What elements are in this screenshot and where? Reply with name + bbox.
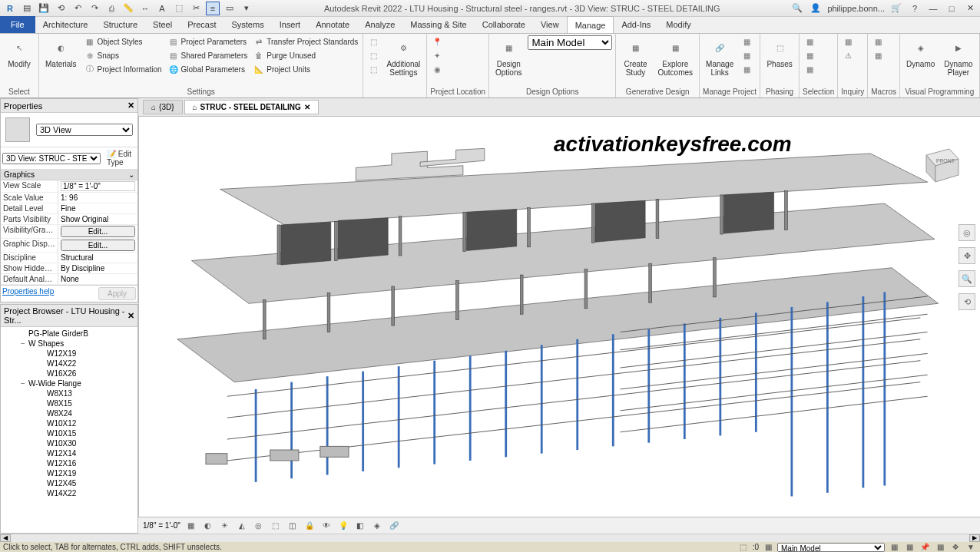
view-cube[interactable]: FRONT — [911, 140, 965, 193]
ids-button[interactable]: ▦ — [841, 35, 855, 48]
help-icon[interactable]: ? — [908, 2, 922, 15]
lock-3d-icon[interactable]: 🔒 — [303, 520, 316, 532]
tab-collaborate[interactable]: Collaborate — [475, 16, 533, 33]
minimize-icon[interactable]: — — [926, 2, 940, 15]
tree-node[interactable]: W14X22 — [2, 359, 136, 369]
decal-button[interactable]: ▦ — [740, 49, 753, 61]
tab-close-icon[interactable]: ✕ — [304, 103, 310, 111]
warnings-button[interactable]: ⚠ — [841, 49, 855, 61]
modify-button[interactable]: ↖Modify — [3, 35, 35, 70]
detail-level-value[interactable]: Fine — [58, 203, 137, 213]
section-icon[interactable]: ✂ — [189, 2, 203, 15]
switch-windows-icon[interactable]: ▾ — [240, 2, 253, 15]
default-analysis-value[interactable]: None — [58, 274, 137, 284]
tab-addins[interactable]: Add-Ins — [614, 16, 658, 33]
pan-icon[interactable]: ✥ — [958, 247, 975, 264]
print-icon[interactable]: ⎙ — [104, 2, 118, 15]
horizontal-scrollbar[interactable]: ◀ ▶ — [0, 534, 980, 542]
dynamo-player-button[interactable]: ▶Dynamo Player — [941, 35, 975, 78]
close-icon[interactable]: ✕ — [963, 2, 977, 15]
user-name[interactable]: philippe.bonn... — [827, 4, 885, 13]
tab-structure[interactable]: Structure — [95, 16, 145, 33]
constraints-icon[interactable]: 🔗 — [388, 520, 400, 532]
tab-architecture[interactable]: Architecture — [35, 16, 96, 33]
shared-params-button[interactable]: ▤Shared Parameters — [167, 49, 250, 61]
sun-path-icon[interactable]: ☀ — [219, 520, 231, 532]
visibility-edit-button[interactable]: Edit... — [61, 226, 135, 237]
edit-selection-button[interactable]: ▦ — [803, 63, 816, 75]
tab-view[interactable]: View — [533, 16, 567, 33]
3d-icon[interactable]: ⬚ — [172, 2, 186, 15]
view-tab-steel-detailing[interactable]: ⌂STRUC - STEEL DETAILING✕ — [184, 100, 319, 114]
tree-node[interactable]: W10X30 — [2, 438, 136, 448]
save-selection-button[interactable]: ▦ — [803, 35, 816, 48]
dynamo-button[interactable]: ◈Dynamo — [903, 35, 938, 70]
tab-modify[interactable]: Modify — [658, 16, 698, 33]
group-expand-icon[interactable]: ⌄ — [128, 170, 134, 179]
manage-links-button[interactable]: 🔗Manage Links — [703, 35, 737, 78]
signin-icon[interactable]: 👤 — [809, 2, 823, 15]
view-tab-3d[interactable]: ⌂{3D} — [143, 100, 183, 114]
design-options-button[interactable]: ▦Design Options — [492, 35, 525, 78]
edit-type-button[interactable]: 📝 Edit Type — [104, 149, 136, 167]
tree-node[interactable]: W10X15 — [2, 428, 136, 438]
tree-node[interactable]: W10X12 — [2, 418, 136, 428]
explore-outcomes-button[interactable]: ▦Explore Outcomes — [654, 35, 696, 78]
rendering-icon[interactable]: ◎ — [253, 520, 265, 532]
tab-systems[interactable]: Systems — [223, 16, 271, 33]
tree-node[interactable]: PG-Plate GirderB — [2, 329, 136, 339]
tree-node[interactable]: W12X14 — [2, 448, 136, 458]
transfer-standards-button[interactable]: ⇄Transfer Project Standards — [252, 35, 359, 48]
apply-button[interactable]: Apply — [98, 287, 136, 300]
crop-region-icon[interactable]: ◫ — [286, 520, 299, 532]
starting-view-button[interactable]: ▦ — [740, 63, 753, 75]
tree-node[interactable]: W14X22 — [2, 488, 136, 498]
sync-icon[interactable]: ⟲ — [54, 2, 68, 15]
tree-node[interactable]: W12X19 — [2, 468, 136, 478]
additional-settings-button[interactable]: ⚙Additional Settings — [383, 35, 423, 78]
scroll-left-icon[interactable]: ◀ — [0, 534, 11, 542]
tree-node[interactable]: W12X19 — [2, 349, 136, 359]
macro-security-button[interactable]: ▦ — [871, 49, 885, 61]
visual-style-icon[interactable]: ◐ — [202, 520, 214, 532]
properties-close-icon[interactable]: ✕ — [127, 101, 134, 111]
coordinates-button[interactable]: ✦ — [430, 49, 444, 61]
location-button[interactable]: 📍 — [430, 35, 444, 48]
properties-help-link[interactable]: Properties help — [2, 287, 54, 300]
tree-node[interactable]: W8X13 — [2, 388, 136, 398]
drag-elements-icon[interactable]: ✥ — [949, 543, 962, 552]
tree-node[interactable]: W8X24 — [2, 408, 136, 418]
file-tab[interactable]: File — [0, 16, 35, 33]
tab-insert[interactable]: Insert — [272, 16, 309, 33]
tree-node[interactable]: W12X16 — [2, 458, 136, 468]
workset-icon[interactable]: ⬚ — [737, 543, 750, 552]
structural-settings-button[interactable]: ⬚ — [366, 35, 380, 48]
project-params-button[interactable]: ▤Project Parameters — [167, 35, 250, 48]
panel-settings-button[interactable]: ⬚ — [366, 63, 380, 75]
type-selector[interactable]: 3D View — [36, 124, 133, 136]
scroll-right-icon[interactable]: ▶ — [969, 534, 980, 542]
select-pinned-icon[interactable]: 📌 — [919, 543, 931, 552]
save-icon[interactable]: 💾 — [37, 2, 51, 15]
instance-selector[interactable]: 3D View: STRUC - STE — [2, 153, 101, 164]
parts-visibility-value[interactable]: Show Original — [58, 214, 137, 224]
text-icon[interactable]: A — [155, 2, 169, 15]
purge-button[interactable]: 🗑Purge Unused — [252, 49, 359, 61]
global-params-button[interactable]: 🌐Global Parameters — [167, 63, 250, 75]
analytical-icon[interactable]: ◈ — [371, 520, 383, 532]
select-links-icon[interactable]: ▦ — [888, 543, 900, 552]
tree-node[interactable]: −W-Wide Flange — [2, 378, 136, 388]
discipline-value[interactable]: Structural — [58, 253, 137, 263]
maximize-icon[interactable]: □ — [945, 2, 958, 15]
open-icon[interactable]: ▤ — [20, 2, 34, 15]
tree-node[interactable]: −W Shapes — [2, 339, 136, 349]
browser-close-icon[interactable]: ✕ — [127, 311, 134, 321]
redo-icon[interactable]: ↷ — [88, 2, 101, 15]
project-units-button[interactable]: 📐Project Units — [252, 63, 359, 75]
close-hidden-icon[interactable]: ▭ — [223, 2, 237, 15]
steering-wheel-icon[interactable]: ◎ — [958, 224, 975, 241]
show-hidden-value[interactable]: By Discipline — [58, 263, 137, 273]
reveal-hidden-icon[interactable]: 💡 — [337, 520, 349, 532]
snaps-button[interactable]: ⊕Snaps — [83, 49, 164, 61]
tab-annotate[interactable]: Annotate — [308, 16, 357, 33]
